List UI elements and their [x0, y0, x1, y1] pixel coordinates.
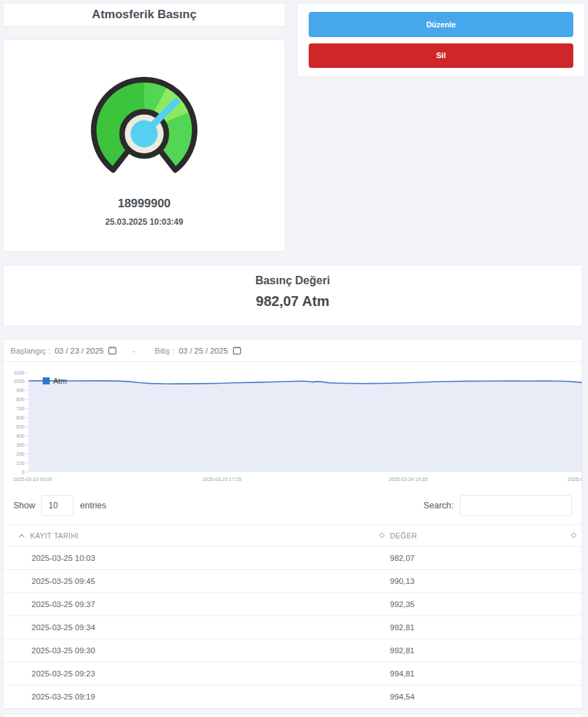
cell-record-date: 2025-03-25 09:45	[4, 577, 379, 585]
page-title: Atmosferik Basınç	[92, 8, 196, 22]
svg-text:300: 300	[16, 443, 24, 447]
svg-text:2025-03-23 17:25: 2025-03-23 17:25	[202, 477, 241, 482]
table-row: 2025-03-25 09:19994,54	[4, 685, 582, 709]
svg-text:800: 800	[16, 397, 24, 402]
svg-text:Atm: Atm	[53, 377, 67, 385]
date-range-separator: -	[132, 347, 135, 355]
end-date-field[interactable]: 03 / 25 / 2025	[178, 347, 227, 355]
date-range-bar: Başlangıç : 03 / 23 / 2025 - Bitiş : 03 …	[4, 340, 582, 362]
cell-record-date: 2025-03-25 10:03	[4, 554, 379, 562]
entries-count-input[interactable]	[41, 495, 74, 516]
cell-value: 982,07	[379, 554, 558, 562]
cell-record-date: 2025-03-25 09:19	[4, 692, 379, 701]
pressure-card: Basınç Değeri 982,07 Atm	[3, 265, 582, 326]
table-row: 2025-03-25 09:23994,81	[4, 662, 582, 685]
gauge-icon	[83, 74, 206, 176]
svg-text:900: 900	[16, 388, 24, 393]
start-date-label: Başlangıç :	[10, 347, 50, 355]
table-header-row: KAYIT TARIHI DEĞER	[4, 524, 582, 547]
cell-value: 992,81	[379, 623, 558, 632]
table-row: 2025-03-25 10:03982,07	[4, 547, 582, 570]
svg-text:100: 100	[16, 461, 24, 466]
cell-record-date: 2025-03-25 09:30	[4, 646, 379, 655]
calendar-icon[interactable]	[232, 346, 241, 355]
svg-text:500: 500	[16, 424, 24, 429]
delete-button[interactable]: Sil	[309, 43, 573, 69]
svg-text:0: 0	[22, 470, 24, 475]
table-body: 2025-03-25 10:03982,072025-03-25 09:4599…	[4, 547, 582, 709]
table-row: 2025-03-25 09:34992,81	[4, 616, 582, 639]
svg-text:700: 700	[16, 406, 24, 411]
edit-button[interactable]: Düzenle	[309, 12, 573, 37]
column-header-value[interactable]: DEĞER	[379, 531, 558, 540]
svg-text:1000: 1000	[13, 379, 24, 384]
cell-value: 990,13	[379, 577, 558, 585]
svg-text:400: 400	[16, 433, 24, 438]
pressure-value: 982,07 Atm	[4, 293, 582, 309]
svg-text:2025-03-24 19:35: 2025-03-24 19:35	[388, 477, 427, 482]
diamond-icon	[379, 531, 385, 540]
dashboard-page: Atmosferik Basınç	[0, 0, 588, 717]
column-header-extra[interactable]	[558, 531, 582, 540]
cell-record-date: 2025-03-25 09:37	[4, 600, 379, 608]
search-input[interactable]	[460, 495, 572, 516]
svg-text:2025-03-23 00:00: 2025-03-23 00:00	[13, 477, 52, 482]
cell-record-date: 2025-03-25 09:23	[4, 669, 379, 678]
actions-card: Düzenle Sil	[297, 3, 585, 77]
table-footer-card	[3, 713, 582, 717]
svg-text:600: 600	[16, 415, 24, 420]
table-row: 2025-03-25 09:45990,13	[4, 570, 582, 593]
sensor-timestamp: 25.03.2025 10:03:49	[4, 217, 285, 227]
start-date-field[interactable]: 03 / 23 / 2025	[55, 347, 104, 355]
chevron-up-icon	[18, 531, 25, 540]
end-date-label: Bitiş :	[155, 347, 174, 355]
cell-value: 994,54	[379, 692, 558, 701]
table-controls: Show entries Search:	[4, 487, 582, 524]
diamond-icon	[570, 531, 577, 540]
svg-text:200: 200	[16, 452, 24, 457]
table-row: 2025-03-25 09:37992,35	[4, 593, 582, 616]
cell-value: 992,81	[379, 646, 558, 655]
table-row: 2025-03-25 09:30992,81	[4, 639, 582, 662]
title-card: Atmosferik Basınç	[3, 3, 286, 27]
column-header-record-date[interactable]: KAYIT TARIHI	[4, 531, 379, 540]
gauge-card: 18999900 25.03.2025 10:03:49	[3, 39, 286, 252]
chart-table-card: Başlangıç : 03 / 23 / 2025 - Bitiş : 03 …	[3, 339, 582, 709]
pressure-area-chart: 010020030040050060070080090010001100Atm2…	[4, 362, 582, 487]
calendar-icon[interactable]	[108, 346, 117, 355]
cell-record-date: 2025-03-25 09:34	[4, 623, 379, 632]
search-label: Search:	[424, 501, 454, 510]
records-table: KAYIT TARIHI DEĞER 2025-03-25 10:03982,0…	[4, 524, 582, 709]
entries-label: entries	[80, 501, 106, 510]
show-label: Show	[13, 501, 35, 510]
svg-text:1100: 1100	[14, 370, 24, 375]
sensor-raw-value: 18999900	[4, 197, 285, 211]
pressure-title: Basınç Değeri	[4, 274, 582, 287]
cell-value: 992,35	[379, 600, 558, 608]
cell-value: 994,81	[379, 669, 558, 678]
svg-text:2025-03-25 10:03: 2025-03-25 10:03	[568, 477, 582, 482]
